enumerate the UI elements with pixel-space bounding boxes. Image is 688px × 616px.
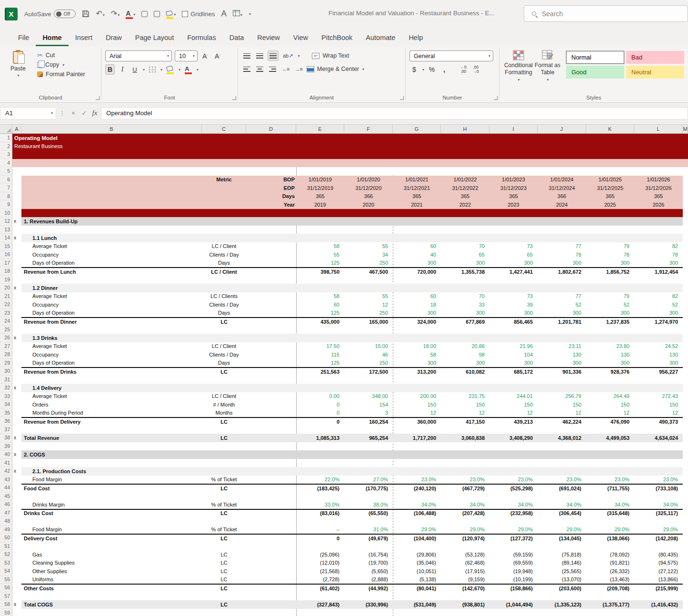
cell-F35[interactable]: 3 xyxy=(344,409,393,417)
cell-M15[interactable] xyxy=(683,242,688,251)
cell-G23[interactable]: 300 xyxy=(393,309,441,318)
cell-L56[interactable]: (215,999) xyxy=(634,585,683,592)
cell-I49[interactable]: 29.0% xyxy=(489,526,538,534)
cell-J6[interactable]: 1/01/2024 xyxy=(538,176,586,184)
cell-C15[interactable]: LC / Client xyxy=(202,242,246,251)
cell-I30[interactable]: 685,172 xyxy=(489,368,538,376)
cell-H27[interactable]: 20.86 xyxy=(441,342,489,351)
row-header-18[interactable]: 18 xyxy=(0,267,12,276)
cell-K27[interactable]: 23.80 xyxy=(586,342,634,351)
cell-M37[interactable] xyxy=(683,426,688,434)
font-icon[interactable]: A xyxy=(221,9,227,19)
cell-A48[interactable] xyxy=(12,517,21,526)
cell-H35[interactable]: 12 xyxy=(441,409,489,417)
cell-F56[interactable]: (44,992) xyxy=(344,585,393,592)
cell-C54[interactable]: LC xyxy=(202,567,246,576)
row-header-46[interactable]: 46 xyxy=(0,500,12,509)
cell-A19[interactable] xyxy=(12,276,21,284)
cell-I52[interactable]: (59,159) xyxy=(489,550,538,559)
cell-M14[interactable] xyxy=(683,234,688,242)
cell-L46[interactable]: 34.0% xyxy=(634,500,683,509)
cell-G22[interactable]: 18 xyxy=(393,300,441,309)
cell-B44[interactable]: Food Cost xyxy=(21,485,202,492)
cell-C20[interactable] xyxy=(202,284,246,292)
cell-D55[interactable] xyxy=(246,576,296,584)
cell-M45[interactable] xyxy=(683,492,688,501)
cell-A20[interactable]: x xyxy=(12,284,21,292)
cell-D49[interactable] xyxy=(246,526,296,534)
cell-J24[interactable]: 1,201,781 xyxy=(538,318,586,326)
column-header-M[interactable]: M xyxy=(683,125,688,133)
cell-K33[interactable]: 264.49 xyxy=(586,392,634,401)
row-header-2[interactable]: 2 xyxy=(0,142,12,151)
cell-B30[interactable]: Revenue from Drinks xyxy=(21,368,202,376)
cell-M12[interactable] xyxy=(683,217,688,226)
cell-H36[interactable]: 417,150 xyxy=(441,418,489,426)
row-header-5[interactable]: 5 xyxy=(0,167,12,176)
cell-A33[interactable] xyxy=(12,392,21,401)
cell-F9[interactable]: 2020 xyxy=(344,200,393,209)
tab-formulas[interactable]: Formulas xyxy=(180,30,222,46)
shrink-font-button[interactable]: Aˇ xyxy=(213,51,222,61)
cell-E49[interactable]: – xyxy=(296,526,344,534)
cell-M16[interactable] xyxy=(683,250,688,259)
column-header-G[interactable]: G xyxy=(393,125,441,133)
cell-G15[interactable]: 60 xyxy=(393,242,441,251)
row-header-6[interactable]: 6 xyxy=(0,176,12,184)
cell-F22[interactable]: 12 xyxy=(344,300,393,309)
cell-B15[interactable]: Average Ticket xyxy=(21,242,202,251)
row-header-7[interactable]: 7 xyxy=(0,184,12,192)
tab-data[interactable]: Data xyxy=(223,30,251,46)
cell-K44[interactable]: (711,755) xyxy=(586,485,634,492)
cell-B36[interactable]: Revenue from Delivery xyxy=(21,418,202,426)
cell-M42[interactable] xyxy=(683,467,688,476)
cell-M49[interactable] xyxy=(683,526,688,534)
cell-H7[interactable]: 31/12/2022 xyxy=(441,184,489,192)
cell-B16[interactable]: Occupancy xyxy=(21,250,202,259)
frame-box-icon[interactable] xyxy=(154,11,160,17)
cell-C9[interactable] xyxy=(202,200,246,209)
cell-A59[interactable] xyxy=(12,609,21,616)
cell-A36[interactable] xyxy=(12,417,21,426)
cell-H24[interactable]: 677,869 xyxy=(441,318,489,326)
font-dialog-launcher[interactable] xyxy=(232,96,236,100)
row-header-12[interactable]: 12 xyxy=(0,217,12,226)
cell-F30[interactable]: 172,500 xyxy=(344,368,393,376)
cell-F27[interactable]: 15.00 xyxy=(344,342,393,351)
column-header-F[interactable]: F xyxy=(344,125,393,133)
name-box[interactable]: A1▾ xyxy=(0,107,56,119)
cell-F44[interactable]: (170,775) xyxy=(344,485,393,492)
row-header-45[interactable]: 45 xyxy=(0,492,12,501)
row-header-8[interactable]: 8 xyxy=(0,192,12,201)
cell-B34[interactable]: Orders xyxy=(21,400,202,409)
cell-A37[interactable] xyxy=(12,426,21,434)
cell-I36[interactable]: 439,213 xyxy=(489,418,538,426)
cell-A2[interactable]: Restaurant Business xyxy=(12,142,688,151)
row-header-38[interactable]: 38 xyxy=(0,434,12,442)
cell-M31[interactable] xyxy=(683,376,688,384)
decrease-decimal-button[interactable]: .00→0 xyxy=(471,64,480,75)
cell-K29[interactable]: 300 xyxy=(586,359,634,368)
cell-A51[interactable] xyxy=(12,542,21,551)
cell-H47[interactable]: (207,428) xyxy=(441,510,489,517)
grow-font-button[interactable]: Aˆ xyxy=(200,51,210,61)
copy-button[interactable]: Copy▾ xyxy=(37,61,85,68)
cell-J53[interactable]: (89,146) xyxy=(538,559,586,567)
excel-logo-icon[interactable]: X xyxy=(5,8,18,20)
row-header-55[interactable]: 55 xyxy=(0,576,12,584)
row-header-43[interactable]: 43 xyxy=(0,476,12,484)
borders-button[interactable] xyxy=(148,64,157,75)
cell-M23[interactable] xyxy=(683,309,688,318)
cell-L9[interactable]: 2026 xyxy=(634,200,683,209)
cell-A58[interactable]: x xyxy=(12,600,21,609)
format-as-table-button[interactable]: Format as Table▾ xyxy=(534,50,561,95)
cell-G33[interactable]: 200.00 xyxy=(393,392,441,401)
cell-J18[interactable]: 1,802,672 xyxy=(538,268,586,276)
cell-H9[interactable]: 2022 xyxy=(441,200,489,209)
cell-M10[interactable] xyxy=(683,209,688,218)
cell-A12[interactable]: x xyxy=(12,217,21,226)
cell-J30[interactable]: 901,336 xyxy=(538,368,586,376)
conditional-formatting-button[interactable]: Conditional Formatting▾ xyxy=(503,50,534,95)
cell-D27[interactable] xyxy=(246,342,296,351)
cell-I15[interactable]: 73 xyxy=(489,242,538,251)
